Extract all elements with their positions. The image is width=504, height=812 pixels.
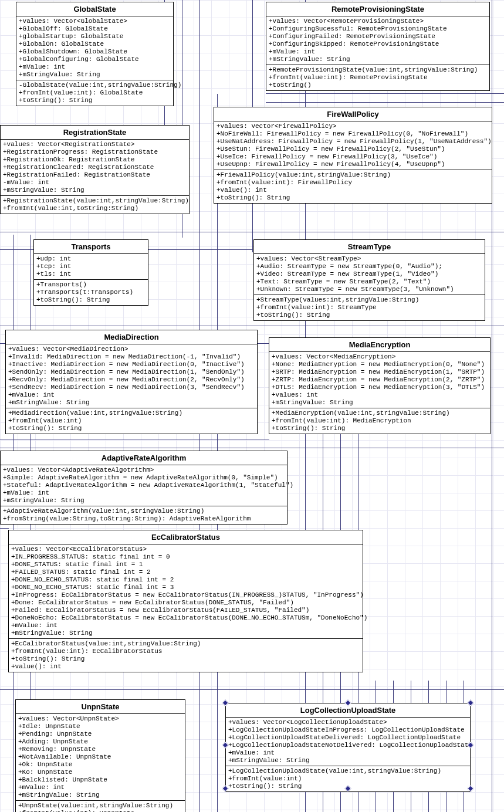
attrs-section: +values: Vector<RegistrationState> +Regi… bbox=[1, 140, 189, 196]
op-row: +Mediadirection(value:int,stringValue:St… bbox=[8, 410, 255, 417]
ops-section: +Transports() +Transports(t:Transports) … bbox=[34, 280, 148, 305]
ops-section: +AdaptiveRateAlgorithm(value:int,stringV… bbox=[1, 506, 287, 524]
attr-row: +NoFireWall: FirewallPolicy = new Firewa… bbox=[217, 130, 489, 138]
op-row: +fromInt(value:int) bbox=[8, 417, 255, 425]
op-row: +toString(): String bbox=[36, 296, 146, 304]
class-remoteprovisioningstate[interactable]: RemoteProvisioningState +values: Vector<… bbox=[266, 2, 490, 91]
op-row: +toString(): String bbox=[272, 425, 488, 432]
op-row: +fromInt(value:int): EcCalibratorStatus bbox=[11, 648, 360, 655]
attr-row: +mStringValue: String bbox=[269, 56, 487, 63]
attr-row: +ConfiguringSkipped: RemoteProvisioningS… bbox=[269, 40, 487, 48]
attr-row: +RegistrationFailed: RegistrationState bbox=[3, 171, 187, 179]
class-registrationstate[interactable]: RegistrationState +values: Vector<Regist… bbox=[0, 125, 190, 214]
attr-row: +globalStartup: GlobalState bbox=[19, 33, 171, 40]
op-row: +Transports(t:Transports) bbox=[36, 289, 146, 296]
attr-row: +GlobalOff: GlobalState bbox=[19, 25, 171, 33]
ops-section: +FriewallPolicy(value:int,stringValue:St… bbox=[214, 170, 492, 203]
attr-row: +FAILED_STATUS: static final int = 2 bbox=[11, 569, 360, 576]
attr-row: +mValue: int bbox=[18, 784, 182, 791]
attr-row: +mValue: int bbox=[228, 749, 468, 757]
attrs-section: +values: Vector<UnpnState> +Idle: UnpnSt… bbox=[16, 714, 185, 801]
attr-row: +DONE_NO_ECHO_STATUS: static final int =… bbox=[11, 584, 360, 591]
attr-row: +udp: int bbox=[36, 255, 146, 263]
attr-row: +Audio: StreamType = new StreamType(0, "… bbox=[256, 263, 482, 270]
attr-row: +UseNatAddress: FirewallPolicy = new Fir… bbox=[217, 138, 489, 146]
class-adaptiveratealgorithm[interactable]: AdaptiveRateAlgorithm +values: Vector<Ad… bbox=[0, 451, 287, 525]
attr-row: +tcp: int bbox=[36, 263, 146, 270]
attr-row: +Stateful: AdaptiveRateAlgorithm = new A… bbox=[3, 482, 285, 489]
op-row: +AdaptiveRateAlgorithm(value:int,stringV… bbox=[3, 508, 285, 515]
class-streamtype[interactable]: StreamType +values: Vector<StreamType> +… bbox=[253, 239, 485, 321]
attr-row: +SendRecv: MediaDirection = new MediaDir… bbox=[8, 384, 255, 391]
attr-row: +Text: StreamType = new StreamType(2, "T… bbox=[256, 278, 482, 286]
ops-section: +UnpnState(value:int,stringValue:String)… bbox=[16, 801, 185, 812]
attr-row: +values: Vector<LogCollectionUploadState… bbox=[228, 719, 468, 726]
attr-row: -mValue: int bbox=[3, 179, 187, 187]
class-title: FireWallPolicy bbox=[214, 107, 492, 121]
attrs-section: +values: Vector<FirewallPolicy> +NoFireW… bbox=[214, 121, 492, 170]
class-firewallpolicy[interactable]: FireWallPolicy +values: Vector<FirewallP… bbox=[214, 107, 492, 204]
attr-row: +Adding: UnpnState bbox=[18, 738, 182, 746]
attrs-section: +values: Vector<StreamType> +Audio: Stre… bbox=[254, 254, 485, 295]
attr-row: +mValue: int bbox=[269, 48, 487, 56]
attrs-section: +values: Vector<LogCollectionUploadState… bbox=[226, 718, 470, 766]
attr-row: +Removing: UnpnState bbox=[18, 746, 182, 753]
attr-row: +Unknown: StreamType = new StreamType(3,… bbox=[256, 286, 482, 293]
attr-row: +Invalid: MediaDirection = new MediaDire… bbox=[8, 353, 255, 361]
attr-row: +DoneNoEcho: EcCalibratorStatus = new Ec… bbox=[11, 614, 360, 622]
attr-row: +mValue: int bbox=[11, 622, 360, 630]
attr-row: +values: Vector<MediaEncryption> bbox=[272, 353, 488, 361]
class-title: EcCalibratorStatus bbox=[9, 530, 363, 544]
class-title: RemoteProvisioningState bbox=[266, 2, 489, 16]
attr-row: +values: Vector<StreamType> bbox=[256, 255, 482, 263]
attr-row: +mStringValue: String bbox=[228, 757, 468, 764]
ops-section: +Mediadirection(value:int,stringValue:St… bbox=[6, 408, 257, 434]
attr-row: +values: Vector<AdaptiveRateAlgotrithm> bbox=[3, 466, 285, 474]
attr-row: +mStringValue: String bbox=[3, 187, 187, 194]
attr-row: +None: MediaEncryption = new MediaEncryp… bbox=[272, 361, 488, 368]
attr-row: +DONE_NO_ECHO_STATUS: static final int =… bbox=[11, 576, 360, 584]
attr-row: +mStringValue: String bbox=[18, 791, 182, 799]
op-row: +value(): int bbox=[11, 663, 360, 671]
attr-row: +mStringValue: String bbox=[19, 71, 171, 79]
class-transports[interactable]: Transports +udp: int +tcp: int +tls: int… bbox=[33, 239, 148, 306]
class-mediaencryption[interactable]: MediaEncryption +values: Vector<MediaEnc… bbox=[269, 337, 491, 434]
class-eccalibratorstatus[interactable]: EcCalibratorStatus +values: Vector<EcCal… bbox=[8, 530, 363, 672]
attr-row: +tls: int bbox=[36, 270, 146, 278]
attrs-section: +values: Vector<AdaptiveRateAlgotrithm> … bbox=[1, 465, 287, 506]
attr-row: +values: int bbox=[272, 391, 488, 399]
attr-row: +Ok: UnpnState bbox=[18, 761, 182, 769]
class-title: AdaptiveRateAlgorithm bbox=[1, 451, 287, 465]
attr-row: +GlobalConfiguring: GlobalState bbox=[19, 56, 171, 63]
attrs-section: +values: Vector<GlobalState> +GlobalOff:… bbox=[16, 16, 173, 80]
attr-row: +UseIce: FirewallPolicy = new FirewallPo… bbox=[217, 153, 489, 161]
class-unpnstate[interactable]: UnpnState +values: Vector<UnpnState> +Id… bbox=[15, 699, 185, 812]
attr-row: +RegistrationOk: RegistrationState bbox=[3, 156, 187, 164]
ops-section: +EcCalibratorStatus(value:int,stringValu… bbox=[9, 639, 363, 672]
op-row: +value(): int bbox=[217, 187, 489, 194]
attrs-section: +values: Vector<MediaDirection> +Invalid… bbox=[6, 344, 257, 408]
op-row: +fromInt(value:int) bbox=[228, 775, 468, 783]
attr-row: +ConfiguringFailed: RemoteProvisioningSt… bbox=[269, 33, 487, 40]
op-row: +Transports() bbox=[36, 281, 146, 289]
attr-row: +ZRTP: MediaEncryption = new MediaEncryp… bbox=[272, 376, 488, 384]
attr-row: +Inactive: MediaDirection = new MediaDir… bbox=[8, 361, 255, 368]
attr-row: +Ko: UnpnState bbox=[18, 769, 182, 776]
attr-row: +SendOnly: MediaDirection = new MediaDir… bbox=[8, 368, 255, 376]
op-row: +toString(): String bbox=[19, 97, 171, 104]
attr-row: +mStringValue: String bbox=[272, 399, 488, 407]
op-row: +fromInt(value:int): RemoteProvisingStat… bbox=[269, 74, 487, 82]
attr-row: +RegistrationProgress: RegistrationState bbox=[3, 148, 187, 156]
op-row: +StreamType(values:int,stringValue:Strin… bbox=[256, 296, 482, 304]
op-row: +UnpnState(value:int,stringValue:String) bbox=[18, 802, 182, 810]
attr-row: +Done: EcCalibratorStatus = new EcCalibr… bbox=[11, 599, 360, 607]
op-row: +toString(): String bbox=[11, 655, 360, 663]
attr-row: +values: Vector<RegistrationState> bbox=[3, 141, 187, 148]
op-row: +LogCollectionUploadState(value:int,stri… bbox=[228, 767, 468, 775]
attr-row: +values: Vector<GlobalState> bbox=[19, 18, 171, 25]
class-logcollectionuploadstate[interactable]: LogCollectionUploadState +values: Vector… bbox=[225, 703, 471, 792]
attr-row: +NotAvailable: UnpnState bbox=[18, 753, 182, 761]
class-mediadirection[interactable]: MediaDirection +values: Vector<MediaDire… bbox=[5, 330, 258, 434]
class-globalstate[interactable]: GlobalState +values: Vector<GlobalState>… bbox=[16, 2, 174, 106]
op-row: +fromInt(value:int): FirewallPolicy bbox=[217, 179, 489, 187]
